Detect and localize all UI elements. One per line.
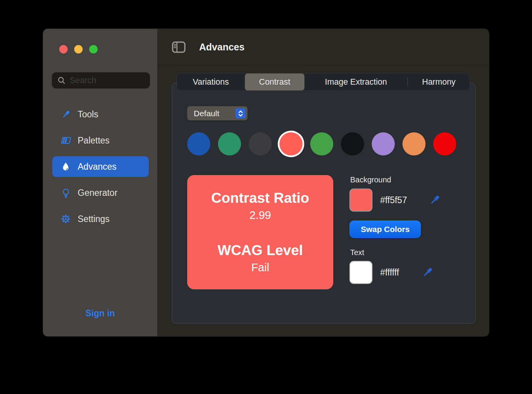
search-placeholder: Search bbox=[70, 75, 96, 85]
chevron-up-down-icon bbox=[235, 108, 246, 119]
content-area: Default bbox=[158, 65, 489, 336]
palette-select[interactable]: Default bbox=[187, 106, 248, 120]
sidebar-item-label: Tools bbox=[78, 109, 98, 120]
sidebar-item-label: Advances bbox=[78, 162, 116, 172]
contrast-panel: Default bbox=[172, 83, 475, 324]
contrast-ratio-value: 2.99 bbox=[187, 207, 333, 223]
sidebar-item-label: Settings bbox=[78, 214, 110, 224]
minimize-window-button[interactable] bbox=[74, 45, 83, 53]
color-swatch[interactable] bbox=[187, 132, 210, 155]
sidebar-item-label: Generator bbox=[78, 188, 118, 198]
sidebar-toggle-icon[interactable] bbox=[172, 41, 186, 53]
color-swatch[interactable] bbox=[402, 132, 426, 155]
window-controls bbox=[59, 45, 98, 53]
search-icon bbox=[57, 76, 66, 85]
color-swatch[interactable] bbox=[310, 132, 333, 155]
palette-swatch-row bbox=[187, 132, 456, 155]
page-title: Advances bbox=[199, 42, 244, 53]
drop-icon bbox=[60, 162, 71, 172]
tab-bar: Variations Contrast Image Extraction Har… bbox=[177, 73, 470, 90]
background-hex-value: #ff5f57 bbox=[380, 195, 407, 205]
text-color-well[interactable] bbox=[349, 261, 372, 284]
color-swatch[interactable] bbox=[341, 132, 364, 155]
palette-select-value: Default bbox=[194, 109, 219, 118]
tab-contrast[interactable]: Contrast bbox=[245, 73, 304, 90]
background-label: Background bbox=[350, 175, 391, 184]
eyedropper-icon bbox=[60, 109, 71, 120]
color-swatch[interactable] bbox=[433, 132, 456, 155]
app-window: Search Tools bbox=[43, 29, 489, 336]
bulb-icon bbox=[60, 188, 71, 198]
gear-icon bbox=[60, 214, 71, 224]
wcag-level-label: WCAG Level bbox=[187, 241, 333, 260]
contrast-preview-card: Contrast Ratio 2.99 WCAG Level Fail bbox=[187, 175, 333, 289]
background-eyedropper-icon[interactable] bbox=[428, 194, 441, 207]
sidebar-item-tools[interactable]: Tools bbox=[52, 104, 149, 125]
sidebar-nav: Tools Palettes bbox=[52, 104, 149, 229]
tab-harmony[interactable]: Harmony bbox=[408, 73, 470, 90]
text-label: Text bbox=[350, 248, 364, 257]
layers-icon bbox=[60, 135, 71, 145]
sign-in-button[interactable]: Sign in bbox=[43, 308, 157, 319]
wcag-level-value: Fail bbox=[187, 260, 333, 275]
sidebar-item-settings[interactable]: Settings bbox=[52, 209, 149, 229]
background-color-well[interactable] bbox=[349, 189, 372, 212]
tab-variations[interactable]: Variations bbox=[177, 73, 245, 90]
sidebar-item-generator[interactable]: Generator bbox=[52, 182, 149, 203]
sidebar-item-palettes[interactable]: Palettes bbox=[52, 130, 149, 151]
search-input[interactable]: Search bbox=[52, 72, 150, 88]
sidebar: Search Tools bbox=[43, 29, 158, 336]
zoom-window-button[interactable] bbox=[89, 45, 98, 53]
text-eyedropper-icon[interactable] bbox=[421, 266, 434, 279]
title-bar: Advances bbox=[158, 29, 489, 65]
main-area: Advances Default bbox=[158, 29, 489, 336]
close-window-button[interactable] bbox=[59, 45, 68, 53]
text-hex-value: #ffffff bbox=[380, 267, 399, 278]
color-swatch[interactable] bbox=[218, 132, 241, 155]
sidebar-item-label: Palettes bbox=[78, 135, 110, 146]
color-swatch[interactable] bbox=[249, 132, 272, 155]
tab-image-extraction[interactable]: Image Extraction bbox=[304, 73, 407, 90]
sidebar-item-advances[interactable]: Advances bbox=[52, 156, 149, 177]
contrast-ratio-label: Contrast Ratio bbox=[187, 189, 333, 207]
color-swatch-selected[interactable] bbox=[279, 132, 303, 155]
swap-colors-button[interactable]: Swap Colors bbox=[349, 220, 421, 238]
color-swatch[interactable] bbox=[372, 132, 395, 155]
